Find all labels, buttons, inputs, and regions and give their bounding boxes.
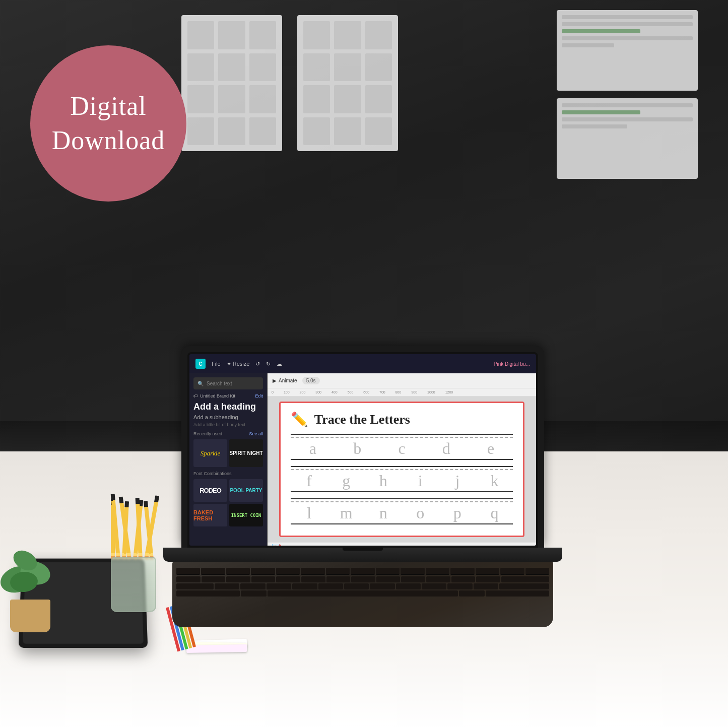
insert-coin-text: INSERT COIN xyxy=(231,513,261,518)
trace-letter-q: q xyxy=(476,504,513,522)
laptop-base xyxy=(163,548,562,562)
resize-button[interactable]: ✦ Resize xyxy=(227,361,250,367)
key-3 xyxy=(226,568,250,575)
laptop-screen-bezel: C File ✦ Resize ↺ ↻ ☁ Pink Digital bu... xyxy=(187,352,538,548)
trace-letter-k: k xyxy=(476,472,513,490)
bottom-solid-line-1 xyxy=(291,459,513,460)
font-card-spirit[interactable]: SPIRIT NIGHT xyxy=(229,439,263,467)
dashed-line-3 xyxy=(291,501,513,502)
font-card-sparkle[interactable]: Sparkle xyxy=(193,439,227,467)
canvas-area: ▶ Animate 5.0s 0 100 200 xyxy=(268,373,536,546)
pencil-jar xyxy=(111,557,156,612)
font-combo-baked-fresh[interactable]: BAKED FRESH xyxy=(193,504,227,526)
font-combo-pool-party[interactable]: POOL PARTY xyxy=(229,479,263,502)
wall-papers-right xyxy=(557,10,698,179)
animate-button[interactable]: ▶ Animate xyxy=(273,378,297,383)
font-sparkle-text: Sparkle xyxy=(201,449,221,457)
key-4 xyxy=(251,568,275,575)
laptop-screen: C File ✦ Resize ↺ ↻ ☁ Pink Digital bu... xyxy=(189,354,536,546)
key-14 xyxy=(500,568,524,575)
canvas-ruler: 0 100 200 300 400 500 600 700 800 900 xyxy=(268,388,536,396)
plant xyxy=(10,600,50,632)
pencils xyxy=(111,494,156,559)
trace-letter-p: p xyxy=(439,504,476,522)
trace-letter-i: i xyxy=(402,472,439,490)
top-solid-line-1 xyxy=(291,434,513,435)
key-12 xyxy=(450,568,474,575)
trace-letter-e: e xyxy=(469,439,513,458)
search-bar[interactable]: 🔍 Search text xyxy=(193,377,263,389)
add-body-text[interactable]: Add a little bit of body text xyxy=(193,422,263,427)
undo-icon: ↺ xyxy=(255,361,260,367)
trace-letter-j: j xyxy=(439,472,476,490)
bottom-solid-line-2 xyxy=(291,491,513,492)
time-badge: 5.0s xyxy=(302,377,320,384)
keyboard-row-3 xyxy=(176,583,549,589)
add-heading[interactable]: Add a heading xyxy=(193,402,263,412)
trace-letter-n: n xyxy=(365,504,402,522)
pool-party-text: POOL PARTY xyxy=(230,488,262,493)
cloud-icon: ☁ xyxy=(277,361,282,367)
trace-letter-l: l xyxy=(291,504,328,522)
laptop-keyboard xyxy=(172,562,553,627)
digital-download-badge: DigitalDownload xyxy=(30,45,186,202)
baked-fresh-text: BAKED FRESH xyxy=(193,509,227,521)
key-6 xyxy=(301,568,324,575)
recent-fonts: Sparkle SPIRIT NIGHT xyxy=(193,439,263,467)
font-combo-rodeo[interactable]: RODEO xyxy=(193,479,227,502)
key-10 xyxy=(401,568,424,575)
key-2 xyxy=(201,568,225,575)
letter-row-3: l m n o p q xyxy=(291,503,513,522)
left-panel: 🔍 Search text 🏷 Untitled Brand Kit Edit … xyxy=(189,373,268,546)
font-combo-row-2: BAKED FRESH INSERT COIN xyxy=(193,504,263,526)
line-group-3: l m n o p q xyxy=(291,498,513,526)
search-placeholder: Search text xyxy=(207,381,232,386)
badge-text: DigitalDownload xyxy=(52,89,165,157)
trace-letter-b: b xyxy=(335,439,379,458)
worksheet: ✏️ Trace the Letters a xyxy=(279,402,524,537)
rodeo-text: RODEO xyxy=(200,487,221,494)
scene: DigitalDownload xyxy=(0,0,728,728)
line-group-2: f g h i j k xyxy=(291,466,513,494)
font-combo-insert-coin[interactable]: INSERT COIN xyxy=(229,504,263,526)
paper-sheet-1 xyxy=(181,15,282,151)
worksheet-title-row: ✏️ Trace the Letters xyxy=(291,411,513,428)
font-combo-row-1: RODEO POOL PARTY xyxy=(193,479,263,502)
search-icon: 🔍 xyxy=(197,381,204,386)
line-group-1: a b c d e xyxy=(291,434,513,462)
trace-letter-g: g xyxy=(327,472,365,490)
notes-icon: 📝 xyxy=(272,544,282,546)
animate-icon: ▶ xyxy=(273,378,277,383)
canva-logo: C xyxy=(195,359,206,369)
redo-icon: ↻ xyxy=(266,361,271,367)
keyboard-row-2 xyxy=(176,576,549,582)
brand-kit-label: 🏷 Untitled Brand Kit Edit xyxy=(193,393,263,399)
edit-label[interactable]: Edit xyxy=(255,393,263,399)
animate-label: Animate xyxy=(279,378,297,383)
canva-main-area: 🔍 Search text 🏷 Untitled Brand Kit Edit … xyxy=(189,373,536,546)
file-menu[interactable]: File xyxy=(212,361,221,367)
letter-row-1: a b c d e xyxy=(291,439,513,458)
laptop: C File ✦ Resize ↺ ↻ ☁ Pink Digital bu... xyxy=(181,346,544,627)
canva-toolbar: C File ✦ Resize ↺ ↻ ☁ Pink Digital bu... xyxy=(189,354,536,373)
key-7 xyxy=(326,568,350,575)
paper-right-2 xyxy=(557,98,698,179)
keyboard-keys xyxy=(176,568,549,575)
key-11 xyxy=(426,568,449,575)
paper-sheet-2 xyxy=(297,15,398,151)
see-all-button[interactable]: See all xyxy=(249,431,263,436)
pencil-emoji-icon: ✏️ xyxy=(291,411,308,428)
add-subheading[interactable]: Add a subheading xyxy=(193,414,263,420)
spacebar-row xyxy=(176,590,549,597)
key-9 xyxy=(376,568,400,575)
trace-letter-f: f xyxy=(291,472,328,490)
plant-pot xyxy=(10,600,50,632)
trace-letter-d: d xyxy=(424,439,469,458)
font-combinations-label: Font Combinations xyxy=(193,471,263,476)
top-solid-line-2 xyxy=(291,466,513,467)
key-1 xyxy=(176,568,200,575)
trace-letter-c: c xyxy=(379,439,424,458)
brand-title: Pink Digital bu... xyxy=(494,361,530,367)
worksheet-title: Trace the Letters xyxy=(314,412,410,427)
plant-leaves xyxy=(0,552,65,602)
